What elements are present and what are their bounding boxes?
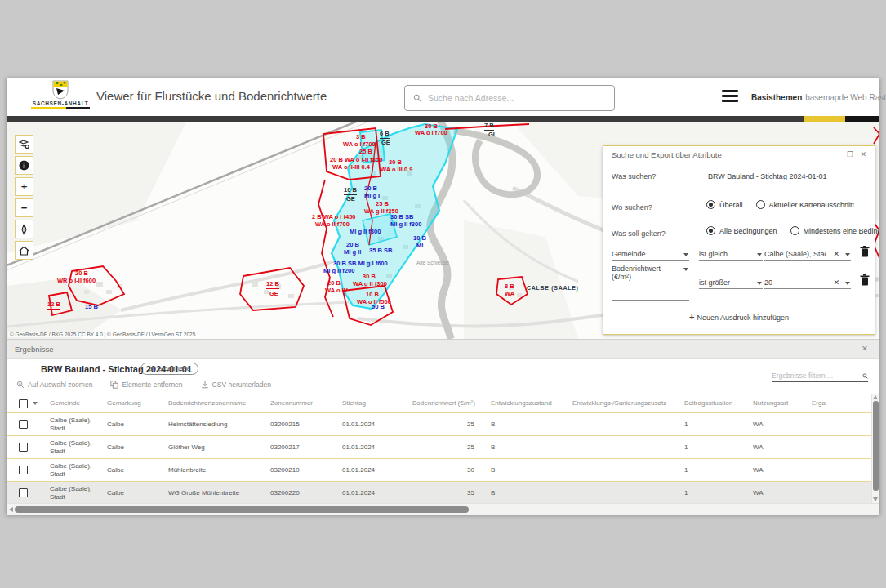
wo-option[interactable]: Aktueller Kartenausschnitt (756, 200, 855, 209)
column-header[interactable]: Entwicklungszustand (479, 399, 572, 408)
row-checkbox[interactable] (19, 466, 28, 474)
column-header[interactable]: Nutzungsart (753, 399, 812, 408)
condition2-value: 20 (764, 278, 772, 287)
close-icon[interactable]: ✕ (860, 149, 866, 159)
map-zone-label: 20 B (346, 242, 359, 248)
table-cell: Calbe (107, 421, 168, 429)
layers-settings-button[interactable] (15, 135, 33, 154)
map-zone-label: MI (416, 243, 423, 249)
table-cell: WA (753, 443, 812, 452)
download-icon (201, 381, 209, 389)
column-header[interactable]: Bodenrichtwertzonenname (168, 399, 270, 408)
row-checkbox-cell (19, 488, 50, 497)
scroll-left-icon[interactable] (9, 507, 13, 512)
download-csv-button[interactable]: CSV herunterladen (201, 381, 271, 389)
clear-icon[interactable]: ✕ (833, 278, 839, 287)
gelten-option[interactable]: Mindestens eine Bedingung (790, 226, 879, 235)
remove-elements-button[interactable]: Elemente entfernen (110, 381, 182, 389)
chevron-down-icon (757, 282, 762, 285)
select-all-checkbox[interactable] (19, 399, 28, 408)
row-checkbox[interactable] (19, 420, 28, 429)
column-header[interactable]: Erga (812, 399, 879, 408)
coat-of-arms-icon (51, 80, 69, 100)
table-cell: WG Große Mühlenbreite (168, 489, 270, 497)
column-header[interactable]: Entwicklungs-/Sanierungszusatz (572, 399, 684, 408)
horizontal-scroll-thumb[interactable] (15, 506, 469, 513)
horizontal-scrollbar[interactable] (7, 503, 879, 515)
vertical-scroll-thumb[interactable] (873, 401, 879, 491)
add-expression-button[interactable]: +Neuen Ausdruck hinzufügen (603, 312, 875, 322)
logo-text: SACHSEN-ANHALT (31, 100, 90, 106)
map-zone-label: 7 B (484, 122, 494, 131)
home-icon (19, 246, 29, 256)
delete-condition1-button[interactable] (860, 246, 870, 257)
map-zone-label: Alte Schleuse (416, 260, 449, 266)
table-cell: Calbe (Saale), Stadt (50, 416, 107, 433)
scroll-down-icon[interactable] (873, 497, 878, 501)
delete-condition2-button[interactable] (860, 274, 870, 286)
column-header[interactable]: Gemarkung (107, 399, 168, 408)
gelten-option[interactable]: Alle Bedingungen (706, 226, 777, 235)
table-cell: 01.01.2024 (342, 421, 412, 429)
zoom-to-selection-button[interactable]: Auf Auswahl zoomen (16, 381, 92, 389)
row-checkbox[interactable] (19, 488, 28, 497)
dialog-titlebar[interactable]: Suche und Export über Attribute ❐ ✕ (603, 146, 875, 163)
table-cell: 03200220 (270, 489, 342, 497)
chevron-down-icon (845, 282, 850, 285)
accent-yellow-segment (804, 116, 845, 122)
info-button[interactable] (15, 156, 33, 175)
action-label: Auf Auswahl zoomen (28, 381, 92, 389)
table-cell: Glöther Weg (168, 443, 270, 452)
search-input[interactable] (426, 92, 614, 104)
address-search[interactable] (404, 85, 615, 111)
condition2-field-underline (612, 300, 689, 301)
map-zone-label: 30 B SB MI g I f600 (333, 261, 388, 267)
wo-option[interactable]: Überall (706, 200, 743, 209)
home-button[interactable] (15, 241, 33, 260)
table-header: GemeindeGemarkungBodenrichtwertzonenname… (7, 394, 879, 413)
table-cell: Calbe (Saale), Stadt (50, 439, 107, 456)
column-header[interactable]: Gemeinde (50, 399, 107, 408)
vertical-scrollbar[interactable] (871, 394, 879, 503)
basemap-selector[interactable]: Basisthemen basemapde Web Raster (751, 93, 886, 102)
condition2-operator-select[interactable]: ist größer (699, 277, 763, 289)
table-cell: 1 (684, 466, 753, 474)
filter-input[interactable] (772, 370, 862, 381)
map-zone-label: 8 B (505, 283, 514, 290)
chevron-down-icon[interactable] (33, 402, 38, 405)
condition1-operator-select[interactable]: ist gleich (699, 248, 763, 261)
table-row[interactable]: Calbe (Saale), StadtCalbeGlöther Weg0320… (7, 436, 879, 459)
condition1-value-select[interactable]: Calbe (Saale), Stad ✕ (764, 248, 851, 261)
locate-button[interactable] (15, 220, 33, 238)
map-zone-label: 30 B (363, 274, 376, 280)
radio-label: Alle Bedingungen (719, 227, 777, 235)
map-canvas[interactable]: 30 BWA o I f7007 BGI6 BGE3 BWA o I f7002… (7, 122, 879, 339)
table-cell: 30 (412, 466, 479, 474)
map-zone-label: MI g II f300 (350, 229, 381, 235)
condition2-value-select[interactable]: 20 ✕ (764, 277, 851, 289)
scroll-up-icon[interactable] (873, 395, 878, 399)
table-cell: 1 (684, 489, 753, 497)
map-zone-label: CALBE (SAALE) (527, 285, 579, 292)
row-checkbox[interactable] (19, 443, 28, 452)
clear-icon[interactable]: ✕ (833, 250, 839, 258)
table-cell: Calbe (107, 466, 168, 474)
column-header[interactable]: Zonennummer (270, 399, 342, 408)
zoom-in-button[interactable]: + (15, 177, 33, 196)
table-row[interactable]: Calbe (Saale), StadtCalbeWG Große Mühlen… (7, 482, 879, 505)
results-filter[interactable] (772, 370, 868, 382)
zoom-out-button[interactable]: − (15, 198, 33, 217)
table-row[interactable]: Calbe (Saale), StadtCalbeMühlenbreite032… (7, 459, 879, 482)
menu-icon[interactable] (722, 90, 738, 103)
condition2-field-select[interactable]: Bodenrichtwert (€/m²) (612, 265, 689, 281)
column-header[interactable]: Beitragssituation (684, 399, 753, 408)
table-row[interactable]: Calbe (Saale), StadtCalbeHeimstättensied… (7, 413, 879, 436)
column-header[interactable]: Bodenrichtwert (€/m²) (412, 399, 479, 408)
condition1-field-select[interactable]: Gemeinde (612, 248, 689, 261)
minimize-icon[interactable]: ❐ (847, 149, 853, 159)
column-header[interactable]: Stichtag (342, 399, 412, 408)
table-cell: Calbe (107, 443, 168, 452)
map-zone-label: 25 B (359, 149, 372, 155)
table-cell: 1 (684, 443, 753, 452)
close-icon[interactable]: ✕ (862, 344, 868, 353)
